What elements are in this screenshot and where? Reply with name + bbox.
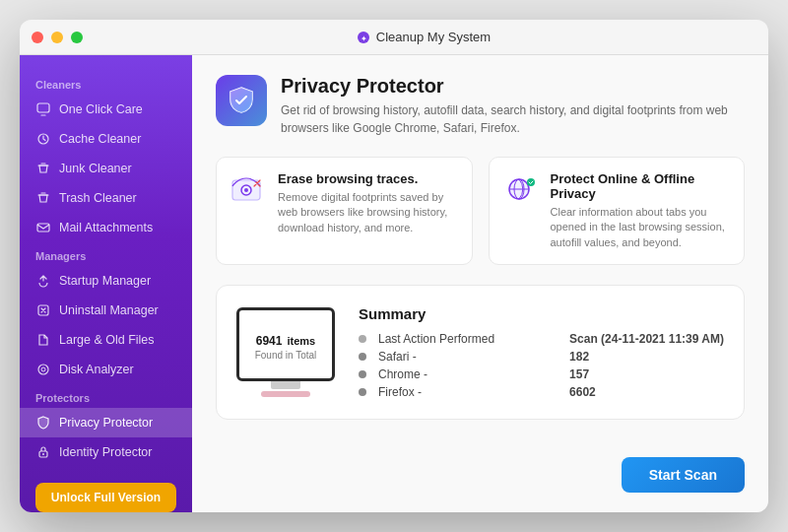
feature-description: Remove digital footprints saved by web b… xyxy=(278,190,458,235)
sidebar-item-mail-attachments[interactable]: Mail Attachments xyxy=(20,213,192,242)
app-title: ✦ Cleanup My System xyxy=(91,30,756,44)
maximize-button[interactable] xyxy=(71,32,83,43)
monitor-count: 6941 items xyxy=(256,329,315,350)
trash-icon xyxy=(35,190,51,206)
monitor-base xyxy=(261,391,310,397)
sidebar-item-uninstall-manager[interactable]: Uninstall Manager xyxy=(20,296,192,325)
bottom-bar: Start Scan xyxy=(216,457,745,493)
eye-scan-icon xyxy=(230,171,266,207)
page-icon xyxy=(216,75,267,126)
titlebar: ✦ Cleanup My System xyxy=(20,20,768,55)
sidebar-item-privacy-protector[interactable]: Privacy Protector xyxy=(20,408,192,437)
sidebar-item-identity-protector[interactable]: Identity Protector xyxy=(20,437,192,467)
cleaners-section-label: Cleaners xyxy=(20,71,192,95)
sidebar: Cleaners One Click Care Cache xyxy=(20,55,192,512)
close-button[interactable] xyxy=(32,32,43,43)
feature-card-erase-text: Erase browsing traces. Remove digital fo… xyxy=(278,171,458,235)
svg-rect-4 xyxy=(37,224,49,232)
safari-value: 182 xyxy=(569,350,724,364)
last-action-value: Scan (24-11-2021 11:39 AM) xyxy=(569,332,724,346)
feature-description: Clear information about tabs you opened … xyxy=(551,205,731,250)
monitor-stand xyxy=(271,381,300,389)
summary-info: Summary Last Action Performed Scan (24-1… xyxy=(359,305,724,399)
sidebar-item-label: Large & Old Files xyxy=(59,333,155,347)
sidebar-item-junk-cleaner[interactable]: Junk Cleaner xyxy=(20,154,192,183)
click-icon xyxy=(35,101,51,117)
firefox-label: Firefox - xyxy=(378,385,558,399)
mail-icon xyxy=(35,220,51,235)
sidebar-item-label: Identity Protector xyxy=(59,445,153,459)
safari-dot xyxy=(359,353,366,361)
globe-icon xyxy=(503,171,539,207)
main-content: Privacy Protector Get rid of browsing hi… xyxy=(192,55,768,512)
monitor-graphic: 6941 items Found in Total xyxy=(236,307,335,397)
sidebar-item-one-click-care[interactable]: One Click Care xyxy=(20,95,192,124)
uninstall-icon xyxy=(35,302,51,318)
files-icon xyxy=(35,332,51,348)
last-action-label: Last Action Performed xyxy=(378,332,558,346)
sidebar-item-label: Uninstall Manager xyxy=(59,303,159,317)
summary-title: Summary xyxy=(359,305,724,322)
app-title-text: Cleanup My System xyxy=(376,30,491,44)
app-body: Cleaners One Click Care Cache xyxy=(20,55,768,512)
start-scan-button[interactable]: Start Scan xyxy=(622,457,745,493)
svg-point-9 xyxy=(42,453,44,455)
protectors-section-label: Protectors xyxy=(20,384,192,408)
svg-point-6 xyxy=(38,365,48,374)
chrome-value: 157 xyxy=(569,367,724,381)
summary-card: 6941 items Found in Total Summary Last A… xyxy=(216,285,745,420)
sidebar-item-label: Cache Cleaner xyxy=(59,132,141,146)
sidebar-item-label: Junk Cleaner xyxy=(59,162,132,175)
feature-title: Protect Online & Offline Privacy xyxy=(551,171,731,201)
sidebar-item-startup-manager[interactable]: Startup Manager xyxy=(20,266,192,296)
svg-point-12 xyxy=(244,188,248,192)
sidebar-item-label: Disk Analyzer xyxy=(59,363,134,376)
sidebar-item-label: Mail Attachments xyxy=(59,221,153,234)
safari-label: Safari - xyxy=(378,350,558,364)
svg-point-7 xyxy=(41,367,45,371)
sidebar-item-label: Privacy Protector xyxy=(59,416,153,430)
sidebar-item-trash-cleaner[interactable]: Trash Cleaner xyxy=(20,183,192,213)
svg-point-15 xyxy=(527,178,535,186)
chrome-dot xyxy=(359,370,366,378)
sidebar-item-label: One Click Care xyxy=(59,102,143,116)
summary-table: Last Action Performed Scan (24-11-2021 1… xyxy=(359,332,724,399)
cache-icon xyxy=(35,131,51,147)
monitor-screen: 6941 items Found in Total xyxy=(236,307,335,381)
shield-icon xyxy=(35,415,51,431)
page-header-text: Privacy Protector Get rid of browsing hi… xyxy=(281,75,745,137)
sidebar-bottom: Unlock Full Version xyxy=(20,467,192,512)
minimize-button[interactable] xyxy=(51,32,63,43)
app-title-icon: ✦ xyxy=(357,31,370,44)
lock-icon xyxy=(35,444,51,460)
feature-card-erase-traces: Erase browsing traces. Remove digital fo… xyxy=(216,157,473,265)
app-window: ✦ Cleanup My System Cleaners One Click C… xyxy=(20,20,768,512)
disk-icon xyxy=(35,362,51,377)
page-description: Get rid of browsing history, autofill da… xyxy=(281,101,745,137)
feature-card-protect-privacy: Protect Online & Offline Privacy Clear i… xyxy=(489,157,746,265)
sidebar-item-label: Trash Cleaner xyxy=(59,191,137,205)
feature-title: Erase browsing traces. xyxy=(278,171,458,186)
firefox-dot xyxy=(359,388,366,396)
firefox-value: 6602 xyxy=(569,385,724,399)
sidebar-item-disk-analyzer[interactable]: Disk Analyzer xyxy=(20,355,192,384)
sidebar-item-large-old-files[interactable]: Large & Old Files xyxy=(20,325,192,355)
startup-icon xyxy=(35,273,51,289)
svg-text:✦: ✦ xyxy=(360,33,366,42)
feature-cards: Erase browsing traces. Remove digital fo… xyxy=(216,157,745,265)
page-header: Privacy Protector Get rid of browsing hi… xyxy=(216,75,745,137)
sidebar-item-cache-cleaner[interactable]: Cache Cleaner xyxy=(20,124,192,154)
sidebar-item-label: Startup Manager xyxy=(59,274,151,288)
svg-rect-2 xyxy=(37,103,49,112)
managers-section-label: Managers xyxy=(20,242,192,266)
junk-icon xyxy=(35,161,51,176)
chrome-label: Chrome - xyxy=(378,367,558,381)
page-title: Privacy Protector xyxy=(281,75,745,98)
last-action-dot xyxy=(359,335,366,343)
monitor-sub: Found in Total xyxy=(255,350,317,361)
privacy-shield-icon xyxy=(226,85,257,116)
unlock-full-version-button[interactable]: Unlock Full Version xyxy=(35,483,176,512)
feature-card-protect-text: Protect Online & Offline Privacy Clear i… xyxy=(551,171,731,250)
